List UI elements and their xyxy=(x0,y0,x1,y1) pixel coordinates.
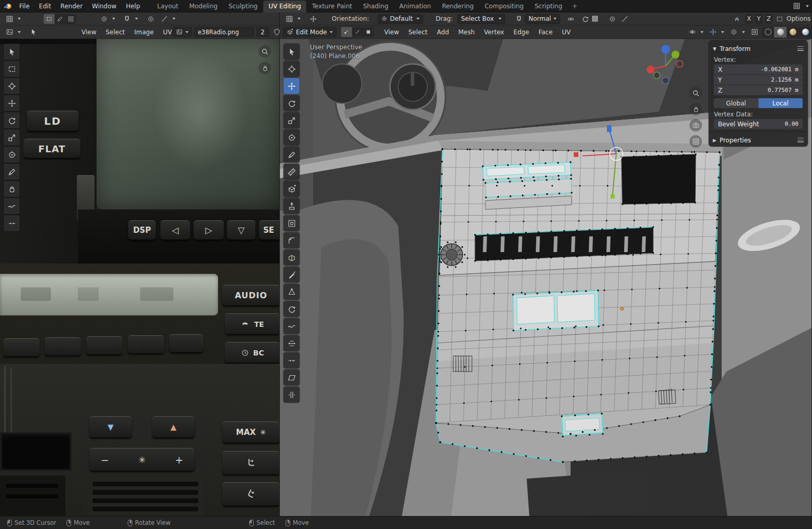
vp-editor-type-icon[interactable] xyxy=(283,14,295,24)
shading-wireframe-icon[interactable] xyxy=(762,27,774,37)
workspace-tab-layout[interactable]: Layout xyxy=(152,1,184,12)
visibility-caret-icon[interactable] xyxy=(700,31,703,33)
menu-file[interactable]: File xyxy=(15,0,34,12)
vp-tool-spin[interactable] xyxy=(283,301,300,317)
orientation-dropdown[interactable]: Default xyxy=(377,14,423,24)
menu-render[interactable]: Render xyxy=(56,0,87,12)
uv-falloff-caret-icon[interactable] xyxy=(172,18,175,20)
vp-menu-view[interactable]: View xyxy=(380,26,403,38)
global-button[interactable]: Global xyxy=(714,98,759,108)
workspace-tab-animation[interactable]: Animation xyxy=(394,1,436,12)
navigation-gizmo[interactable] xyxy=(643,42,688,87)
vp-tool-rotate[interactable] xyxy=(283,95,300,111)
panel-menu-icon[interactable] xyxy=(797,46,804,51)
vertex-y-field[interactable]: Y 2.1256 m xyxy=(714,75,803,85)
vp-tool-rip[interactable] xyxy=(283,387,300,403)
properties-panel-header[interactable]: ▶ Properties xyxy=(709,135,808,146)
mirror-x-button[interactable]: X xyxy=(745,14,753,24)
gizmos-icon[interactable] xyxy=(707,27,719,37)
local-button[interactable]: Local xyxy=(759,98,803,108)
shading-solid-icon[interactable] xyxy=(774,27,787,37)
uv-pan-hand-icon[interactable] xyxy=(259,62,271,74)
ortho-toggle-icon[interactable] xyxy=(689,135,702,148)
uv-tool-select-box[interactable] xyxy=(4,61,20,77)
uv-tool-pinch[interactable] xyxy=(4,215,20,231)
mirror-y-button[interactable]: Y xyxy=(755,14,763,24)
uv-mode-mask-icon[interactable] xyxy=(65,14,76,24)
add-workspace-button[interactable]: + xyxy=(568,1,581,12)
falloff-curve-icon[interactable] xyxy=(618,14,631,24)
proportional-circle-icon[interactable] xyxy=(606,14,618,24)
uv-tool-scale[interactable] xyxy=(4,129,20,146)
vertex-z-field[interactable]: Z 0.77507 m xyxy=(714,85,803,95)
options-button[interactable]: Options xyxy=(787,15,810,22)
uv-tool-rotate[interactable] xyxy=(4,112,20,128)
vertex-select-mode-icon[interactable] xyxy=(341,27,352,37)
vp-tool-tweak[interactable] xyxy=(283,44,300,60)
snap-mode-dropdown[interactable]: Normal xyxy=(525,14,560,24)
uv-snap-magnet-icon[interactable] xyxy=(120,14,133,24)
uv-tool-transform[interactable] xyxy=(4,147,20,163)
vp-menu-edge[interactable]: Edge xyxy=(509,26,534,38)
uv-tool-relax[interactable] xyxy=(4,198,20,214)
workspace-tab-uv-editing[interactable]: UV Editing xyxy=(263,1,306,12)
image-editor-icon[interactable] xyxy=(3,27,16,37)
tool-settings-extra-icon[interactable] xyxy=(773,14,786,24)
uv-canvas[interactable]: LD FLAT DSP ◁ ▷ xyxy=(0,39,279,516)
bevel-weight-field[interactable]: Bevel Weight 0.00 xyxy=(714,119,803,129)
overlays-icon[interactable] xyxy=(727,27,740,37)
xray-toggle-icon[interactable] xyxy=(748,27,761,37)
shading-rendered-icon[interactable] xyxy=(799,27,811,37)
vp-tool-shear[interactable] xyxy=(283,369,300,386)
editor-type-icon[interactable] xyxy=(3,14,16,24)
editor-type-caret-icon[interactable] xyxy=(18,18,21,20)
workspace-tab-scripting[interactable]: Scripting xyxy=(530,1,567,12)
vp-menu-add[interactable]: Add xyxy=(432,26,454,38)
vp-tool-move[interactable] xyxy=(283,78,300,94)
blender-logo-icon[interactable] xyxy=(3,2,12,10)
workspace-tab-shading[interactable]: Shading xyxy=(358,1,394,12)
uv-tool-move[interactable] xyxy=(4,95,20,111)
vp-menu-mesh[interactable]: Mesh xyxy=(454,26,480,38)
shading-material-icon[interactable] xyxy=(787,27,799,37)
uv-tool-cursor[interactable] xyxy=(4,78,20,94)
uv-menu-select[interactable]: Select xyxy=(101,26,129,38)
vp-tool-annotate[interactable] xyxy=(283,147,300,163)
scene-browser-icon[interactable] xyxy=(790,1,803,11)
workspace-tab-texture-paint[interactable]: Texture Paint xyxy=(307,1,357,12)
mirror-icon[interactable] xyxy=(730,14,743,24)
vp-tool-edge-slide[interactable] xyxy=(283,335,300,351)
viewport-canvas[interactable]: User Perspective (240) Plane.006 xyxy=(280,39,811,516)
transform-panel-header[interactable]: ▼ Transform xyxy=(709,43,808,55)
uv-falloff-curve-icon[interactable] xyxy=(158,14,170,24)
vp-menu-uv[interactable]: UV xyxy=(557,26,575,38)
vp-tool-knife[interactable] xyxy=(283,267,300,283)
drag-dropdown[interactable]: Select Box xyxy=(457,14,505,24)
vp-tool-cursor[interactable] xyxy=(283,61,300,77)
workspace-tab-compositing[interactable]: Compositing xyxy=(479,1,529,12)
menu-help[interactable]: Help xyxy=(121,0,144,12)
uv-zoom-icon[interactable] xyxy=(259,45,271,58)
vp-tool-add-cube[interactable] xyxy=(283,181,300,197)
mode-dropdown[interactable]: Edit Mode xyxy=(283,27,336,37)
pan-hand-icon[interactable] xyxy=(689,103,702,115)
image-browse-button[interactable] xyxy=(172,27,192,37)
vp-active-tool-icon[interactable] xyxy=(307,14,319,24)
uv-mode-view-icon[interactable] xyxy=(44,14,55,24)
uv-menu-view[interactable]: View xyxy=(77,26,101,38)
vp-tool-measure[interactable] xyxy=(283,164,300,180)
uv-tool-annotate[interactable] xyxy=(4,164,20,180)
proportional-edit-icon[interactable] xyxy=(579,14,591,24)
vp-tool-scale[interactable] xyxy=(283,112,300,128)
camera-view-icon[interactable] xyxy=(689,119,702,131)
gizmos-caret-icon[interactable] xyxy=(721,31,724,33)
vp-tool-loop-cut[interactable] xyxy=(283,249,300,266)
vp-tool-smooth[interactable] xyxy=(283,318,300,334)
visibility-eye-icon[interactable] xyxy=(686,27,698,37)
vp-menu-vertex[interactable]: Vertex xyxy=(479,26,509,38)
snap-affect-link-icon[interactable] xyxy=(564,14,577,24)
vp-tool-shrink-fatten[interactable] xyxy=(283,352,300,368)
menu-window[interactable]: Window xyxy=(87,0,121,12)
vertex-x-field[interactable]: X -0.062081 m xyxy=(714,64,803,74)
uv-proportional-edit-icon[interactable] xyxy=(144,14,157,24)
